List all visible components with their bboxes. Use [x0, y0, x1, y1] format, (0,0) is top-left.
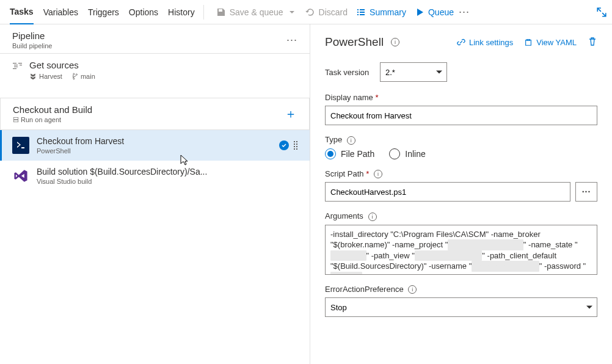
task-version-label: Task version	[325, 68, 374, 77]
info-icon[interactable]: i	[408, 285, 417, 294]
task-title: Checkout from Harvest	[37, 136, 124, 146]
trash-icon	[588, 37, 597, 46]
tab-tasks[interactable]: Tasks	[10, 1, 34, 24]
type-filepath-radio[interactable]: File Path	[325, 148, 374, 159]
visual-studio-icon	[12, 167, 29, 184]
save-and-queue-button[interactable]: Save & queue	[213, 5, 301, 20]
repo-meta: Harvest	[29, 73, 62, 80]
browse-path-button[interactable]: ···	[575, 182, 597, 202]
task-subtitle: Visual Studio build	[37, 178, 207, 185]
job-title: Checkout and Build	[13, 104, 92, 115]
error-action-label: ErrorActionPreference i	[325, 285, 597, 294]
tab-triggers[interactable]: Triggers	[88, 0, 119, 24]
pipeline-header[interactable]: Pipeline Build pipeline ···	[0, 24, 310, 54]
agent-job-block[interactable]: Checkout and Build Run on agent ＋	[0, 98, 310, 130]
get-sources-title: Get sources	[29, 60, 95, 70]
add-task-button[interactable]: ＋	[285, 106, 297, 122]
display-name-input[interactable]	[325, 106, 597, 125]
sources-tree-icon	[12, 61, 22, 71]
task-version-select[interactable]: 2.*	[380, 62, 447, 82]
task-title: Build solution $(Build.SourcesDirectory)…	[37, 167, 207, 177]
drag-handle-icon[interactable]	[294, 141, 297, 150]
task-valid-check-icon	[279, 140, 289, 150]
tab-variables[interactable]: Variables	[43, 0, 78, 24]
view-yaml-button[interactable]: View YAML	[524, 38, 577, 47]
play-icon	[415, 7, 424, 17]
arguments-input[interactable]: -install_directory "C:\Program Files\CA\…	[325, 225, 597, 275]
get-sources-row[interactable]: Get sources Harvest main	[0, 54, 310, 86]
job-subtitle: Run on agent	[13, 116, 92, 123]
save-icon	[216, 7, 226, 17]
branch-meta: main	[71, 73, 95, 80]
task-detail-pane: PowerShell i Link settings View YAML Tas…	[310, 24, 612, 364]
delete-task-button[interactable]	[588, 37, 597, 48]
pipeline-more-button[interactable]: ···	[286, 34, 297, 46]
list-icon	[356, 7, 366, 17]
fullscreen-icon[interactable]	[596, 7, 607, 18]
clipboard-icon	[524, 38, 533, 46]
info-icon[interactable]: i	[391, 38, 399, 46]
info-icon[interactable]: i	[374, 170, 382, 178]
top-toolbar: Tasks Variables Triggers Options History…	[0, 0, 612, 24]
svg-rect-1	[13, 120, 18, 122]
task-item-checkout-harvest[interactable]: Checkout from Harvest PowerShell	[0, 130, 310, 161]
pipeline-subtitle: Build pipeline	[12, 42, 52, 49]
queue-label: Queue	[428, 7, 454, 17]
powershell-icon	[12, 137, 29, 154]
link-settings-button[interactable]: Link settings	[457, 38, 513, 47]
task-subtitle: PowerShell	[37, 147, 124, 155]
info-icon[interactable]: i	[368, 213, 377, 221]
discard-label: Discard	[319, 7, 348, 17]
tab-nav: Tasks Variables Triggers Options History	[5, 0, 195, 24]
task-item-build-solution[interactable]: Build solution $(Build.SourcesDirectory)…	[0, 161, 310, 191]
script-path-label: Script Path * i	[325, 169, 597, 179]
type-inline-radio[interactable]: Inline	[389, 148, 425, 159]
detail-title: PowerShell i	[325, 35, 399, 49]
harvest-icon	[29, 73, 37, 80]
more-actions-button[interactable]: ···	[459, 5, 470, 18]
display-name-label: Display name *	[325, 93, 597, 102]
arguments-label: Arguments i	[325, 211, 597, 221]
branch-icon	[71, 73, 78, 80]
left-pane: Pipeline Build pipeline ··· Get sources …	[0, 24, 310, 364]
undo-icon	[305, 7, 315, 17]
pipeline-title: Pipeline	[12, 31, 52, 41]
error-action-select[interactable]: Stop	[325, 297, 597, 317]
tab-options[interactable]: Options	[129, 0, 158, 24]
tab-history[interactable]: History	[168, 0, 195, 24]
summary-label: Summary	[370, 7, 406, 17]
save-queue-label: Save & queue	[230, 7, 283, 17]
queue-button[interactable]: Queue	[411, 5, 457, 20]
svg-rect-0	[13, 117, 18, 119]
info-icon[interactable]: i	[347, 136, 355, 145]
discard-button[interactable]: Discard	[302, 5, 351, 20]
summary-button[interactable]: Summary	[352, 5, 410, 20]
script-path-input[interactable]	[325, 182, 570, 202]
link-icon	[457, 38, 465, 46]
chevron-down-icon	[287, 7, 297, 17]
server-icon	[13, 117, 19, 123]
type-label: Type i	[325, 135, 597, 145]
